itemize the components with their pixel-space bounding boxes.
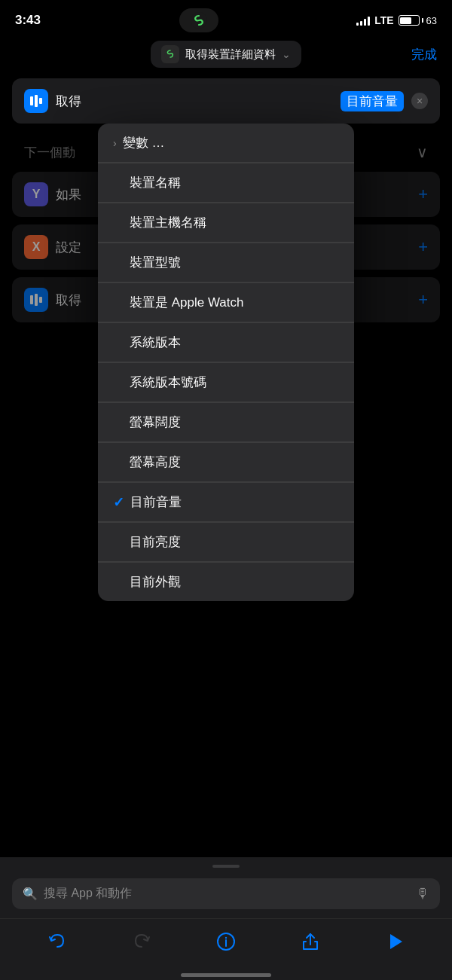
main-content: 取得 目前音量 × › 變數 … 裝置名稱 裝置主機名稱 裝置型號 裝置是 Ap…: [0, 78, 452, 322]
home-bar: [181, 973, 271, 977]
dropdown-item-screen-height[interactable]: 螢幕高度: [98, 443, 354, 482]
action-close-button[interactable]: ×: [411, 93, 428, 109]
svg-rect-2: [30, 96, 33, 105]
battery: [399, 15, 423, 26]
nav-title-container[interactable]: 取得裝置詳細資料 ⌄: [151, 41, 301, 68]
undo-button[interactable]: [44, 928, 71, 955]
nav-chevron-icon: ⌄: [282, 48, 291, 60]
search-placeholder: 搜尋 App 和動作: [44, 886, 410, 902]
search-bar-container: 🔍 搜尋 App 和動作 🎙: [0, 872, 452, 918]
dropdown-label-screen-height: 螢幕高度: [113, 453, 339, 471]
dropdown-item-device-hostname[interactable]: 裝置主機名稱: [98, 203, 354, 243]
dropdown-label-screen-width: 螢幕闊度: [113, 414, 339, 431]
dropdown-item-current-brightness[interactable]: 目前亮度: [98, 523, 354, 562]
drag-handle-bar: [212, 865, 240, 868]
dropdown-label-device-model: 裝置型號: [113, 254, 339, 271]
search-bar[interactable]: 🔍 搜尋 App 和動作 🎙: [12, 878, 440, 909]
dropdown-label-apple-watch: 裝置是 Apple Watch: [113, 294, 339, 311]
nav-bar: 取得裝置詳細資料 ⌄ 完成: [0, 38, 452, 71]
arrow-icon: ›: [113, 137, 117, 149]
lte-label: LTE: [374, 14, 393, 26]
home-indicator: [0, 967, 452, 980]
status-bar: 3:43 LTE 63: [0, 0, 452, 38]
svg-rect-3: [35, 95, 38, 107]
close-icon: ×: [417, 95, 423, 107]
dropdown-label-current-brightness: 目前亮度: [113, 533, 339, 551]
shortcuts-app-icon: [190, 11, 208, 29]
status-time: 3:43: [15, 13, 41, 28]
bottom-area: 🔍 搜尋 App 和動作 🎙: [0, 857, 452, 980]
dropdown-label-current-volume: 目前音量: [130, 493, 339, 511]
mic-icon[interactable]: 🎙: [416, 886, 429, 902]
nav-title-text: 取得裝置詳細資料: [185, 47, 276, 62]
dropdown-menu: › 變數 … 裝置名稱 裝置主機名稱 裝置型號 裝置是 Apple Watch …: [98, 124, 354, 601]
play-button[interactable]: [381, 928, 408, 955]
share-button[interactable]: [297, 928, 324, 955]
dropdown-label-device-hostname: 裝置主機名稱: [113, 214, 339, 231]
drag-handle-area: [0, 857, 452, 872]
action-highlight[interactable]: 目前音量: [341, 91, 404, 111]
battery-level: 63: [426, 15, 437, 26]
dropdown-item-apple-watch[interactable]: 裝置是 Apple Watch: [98, 283, 354, 322]
info-button[interactable]: [212, 928, 240, 955]
nav-done-button[interactable]: 完成: [411, 46, 437, 63]
action-block-get-volume[interactable]: 取得 目前音量 ×: [12, 78, 440, 124]
dropdown-item-device-name[interactable]: 裝置名稱: [98, 163, 354, 203]
dropdown-item-device-model[interactable]: 裝置型號: [98, 243, 354, 282]
nav-app-icon: [161, 45, 179, 63]
dropdown-label-device-name: 裝置名稱: [113, 174, 339, 191]
dropdown-label-current-appearance: 目前外觀: [113, 573, 339, 591]
status-right: LTE 63: [356, 14, 437, 26]
search-icon: 🔍: [23, 887, 38, 901]
svg-point-10: [225, 937, 227, 939]
dropdown-item-current-volume[interactable]: ✓ 目前音量: [98, 483, 354, 522]
dropdown-item-current-appearance[interactable]: 目前外觀: [98, 563, 354, 601]
dropdown-item-variables[interactable]: › 變數 …: [98, 124, 354, 163]
dropdown-item-system-build[interactable]: 系統版本號碼: [98, 363, 354, 402]
dropdown-item-system-version[interactable]: 系統版本: [98, 323, 354, 362]
action-icon: [24, 89, 48, 113]
svg-rect-4: [39, 98, 42, 104]
bottom-toolbar: [0, 918, 452, 967]
dropdown-label-variables: 變數 …: [123, 134, 339, 151]
check-icon: ✓: [113, 494, 124, 511]
status-center: [179, 8, 218, 32]
dropdown-item-screen-width[interactable]: 螢幕闊度: [98, 403, 354, 442]
action-label: 取得: [56, 93, 328, 110]
dropdown-label-system-version: 系統版本: [113, 334, 339, 351]
dropdown-label-system-build: 系統版本號碼: [113, 374, 339, 391]
svg-marker-11: [390, 934, 402, 949]
redo-button[interactable]: [128, 928, 155, 955]
signal-bars: [356, 15, 370, 26]
